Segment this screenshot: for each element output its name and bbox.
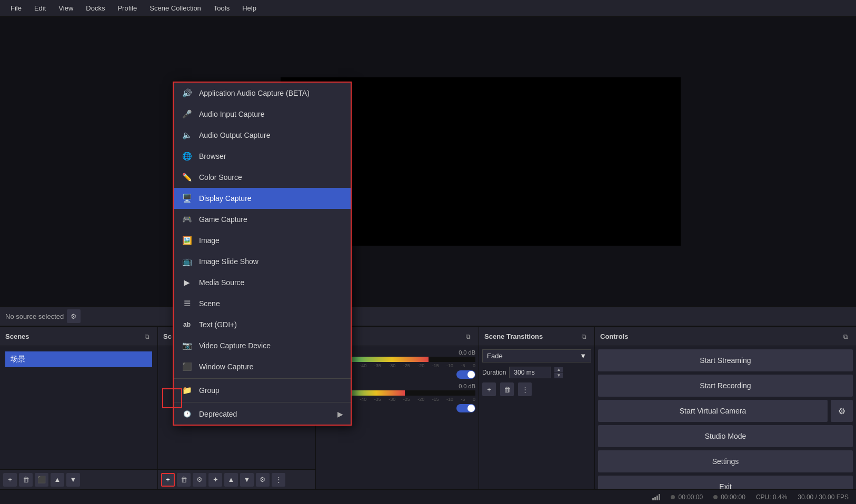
studio-mode-button[interactable]: Studio Mode — [598, 425, 853, 447]
ctx-group[interactable]: 📁 Group — [174, 380, 351, 401]
ctx-display-capture-label: Display Capture — [199, 194, 252, 203]
fps-display: 30.00 / 30.00 FPS — [798, 493, 849, 501]
settings-button[interactable]: Settings — [598, 450, 853, 472]
controls-panel: Controls ⧉ Start Streaming Start Recordi… — [595, 327, 856, 489]
ctx-media-source[interactable]: ▶ Media Source — [174, 272, 351, 293]
source-move-down-btn[interactable]: ▼ — [240, 473, 254, 487]
cpu-usage: CPU: 0.4% — [756, 493, 787, 501]
transitions-panel-title: Scene Transitions — [484, 332, 543, 340]
globe-icon: 🌐 — [181, 150, 193, 162]
mixer-ch2-toggle[interactable] — [456, 404, 475, 412]
ctx-media-source-label: Media Source — [199, 278, 244, 287]
preview-area — [0, 17, 856, 306]
source-settings-btn[interactable]: ⚙ — [193, 473, 206, 487]
mic-icon: 🎤 — [181, 108, 193, 120]
ctx-display-capture[interactable]: 🖥️ Display Capture — [174, 188, 351, 209]
move-scene-down-button[interactable]: ▼ — [66, 473, 80, 487]
scenes-panel-popout[interactable]: ⧉ — [142, 331, 152, 342]
ctx-browser[interactable]: 🌐 Browser — [174, 146, 351, 167]
ctx-color-source[interactable]: ✏️ Color Source — [174, 167, 351, 188]
transitions-panel-header: Scene Transitions ⧉ — [479, 327, 594, 346]
source-filter-btn[interactable]: ✦ — [208, 473, 222, 487]
ctx-image-slideshow[interactable]: 📺 Image Slide Show — [174, 251, 351, 272]
menu-tools[interactable]: Tools — [207, 2, 236, 14]
ctx-window-capture[interactable]: ⬛ Window Capture — [174, 356, 351, 377]
camera-icon: 📷 — [181, 340, 193, 351]
ctx-game-capture-label: Game Capture — [199, 215, 247, 224]
remove-transition-button[interactable]: 🗑 — [500, 382, 514, 396]
source-more-btn[interactable]: ⋮ — [272, 473, 285, 487]
ctx-window-capture-label: Window Capture — [199, 362, 254, 371]
remove-source-button[interactable]: 🗑 — [177, 473, 191, 487]
ctx-text-gdi-label: Text (GDI+) — [199, 320, 237, 329]
start-virtual-camera-button[interactable]: Start Virtual Camera — [598, 400, 828, 422]
mixer-ch1-toggle[interactable] — [456, 370, 475, 379]
signal-icon — [652, 494, 660, 500]
ctx-app-audio[interactable]: 🔊 Application Audio Capture (BETA) — [174, 83, 351, 104]
transitions-panel-popout[interactable]: ⧉ — [579, 331, 589, 342]
scene-item[interactable]: 场景 — [5, 351, 152, 367]
ctx-separator-2 — [174, 402, 351, 402]
ctx-game-capture[interactable]: 🎮 Game Capture — [174, 209, 351, 230]
scenes-list: 场景 — [0, 346, 157, 469]
transition-more-button[interactable]: ⋮ — [518, 382, 532, 396]
ctx-image-label: Image — [199, 236, 220, 245]
remove-scene-button[interactable]: 🗑 — [19, 473, 33, 487]
sources-panel-title: Sc — [163, 332, 172, 340]
transition-type-select[interactable]: Fade ▼ — [482, 349, 591, 362]
exit-button[interactable]: Exit — [598, 476, 853, 489]
menubar: File Edit View Docks Profile Scene Colle… — [0, 0, 856, 17]
ctx-audio-output[interactable]: 🔈 Audio Output Capture — [174, 125, 351, 146]
ctx-scene[interactable]: ☰ Scene — [174, 293, 351, 314]
ctx-image[interactable]: 🖼️ Image — [174, 230, 351, 251]
bottom-panels: Scenes ⧉ 场景 + 🗑 ⬛ ▲ ▼ Sc ⧉ + — [0, 326, 856, 489]
filter-scene-button[interactable]: ⬛ — [35, 473, 48, 487]
duration-down-btn[interactable]: ▼ — [554, 373, 563, 378]
ctx-video-capture[interactable]: 📷 Video Capture Device — [174, 335, 351, 356]
stream-time: 00:00:00 — [671, 493, 703, 501]
source-settings2-btn[interactable]: ⚙ — [256, 473, 270, 487]
source-settings-icon[interactable]: ⚙ — [67, 309, 81, 323]
menu-help[interactable]: Help — [236, 2, 263, 14]
gamepad-icon: 🎮 — [181, 214, 193, 225]
scenes-panel: Scenes ⧉ 场景 + 🗑 ⬛ ▲ ▼ — [0, 327, 158, 489]
record-dot — [713, 495, 718, 499]
menu-view[interactable]: View — [52, 2, 79, 14]
app-audio-icon: 🔊 — [181, 87, 193, 99]
start-recording-button[interactable]: Start Recording — [598, 375, 853, 397]
virtual-camera-settings-icon[interactable]: ⚙ — [831, 400, 853, 422]
menu-scene-collection[interactable]: Scene Collection — [143, 2, 207, 14]
ctx-app-audio-label: Application Audio Capture (BETA) — [199, 89, 310, 97]
transitions-panel: Scene Transitions ⧉ Fade ▼ Duration ▲ ▼ — [479, 327, 595, 489]
text-icon: ab — [181, 319, 193, 330]
stream-dot — [671, 495, 675, 499]
transition-actions: + 🗑 ⋮ — [482, 382, 591, 396]
mixer-panel-popout[interactable]: ⧉ — [463, 331, 473, 342]
ctx-audio-input-label: Audio Input Capture — [199, 110, 265, 118]
duration-up-btn[interactable]: ▲ — [554, 367, 563, 372]
scenes-panel-footer: + 🗑 ⬛ ▲ ▼ — [0, 469, 157, 489]
start-streaming-button[interactable]: Start Streaming — [598, 349, 853, 371]
ctx-text-gdi[interactable]: ab Text (GDI+) — [174, 314, 351, 335]
menu-docks[interactable]: Docks — [79, 2, 111, 14]
menu-file[interactable]: File — [4, 2, 28, 14]
add-source-button[interactable]: + — [161, 473, 175, 487]
submenu-arrow-icon: ▶ — [337, 410, 343, 418]
monitor-icon: 🖥️ — [181, 193, 193, 204]
ctx-color-source-label: Color Source — [199, 173, 242, 182]
duration-input[interactable] — [509, 367, 551, 378]
controls-panel-popout[interactable]: ⧉ — [840, 331, 851, 342]
slideshow-icon: 📺 — [181, 256, 193, 267]
add-scene-button[interactable]: + — [3, 473, 17, 487]
menu-profile[interactable]: Profile — [111, 2, 143, 14]
add-transition-button[interactable]: + — [482, 382, 496, 396]
controls-panel-header: Controls ⧉ — [595, 327, 856, 346]
ctx-audio-input[interactable]: 🎤 Audio Input Capture — [174, 104, 351, 125]
main-layout: No source selected ⚙ Scenes ⧉ 场景 + 🗑 ⬛ ▲… — [0, 17, 856, 504]
menu-edit[interactable]: Edit — [28, 2, 52, 14]
play-icon: ▶ — [181, 277, 193, 288]
move-scene-up-button[interactable]: ▲ — [51, 473, 64, 487]
ctx-video-capture-label: Video Capture Device — [199, 341, 271, 350]
source-move-up-btn[interactable]: ▲ — [224, 473, 238, 487]
ctx-deprecated[interactable]: 🕐 Deprecated ▶ — [174, 404, 351, 425]
